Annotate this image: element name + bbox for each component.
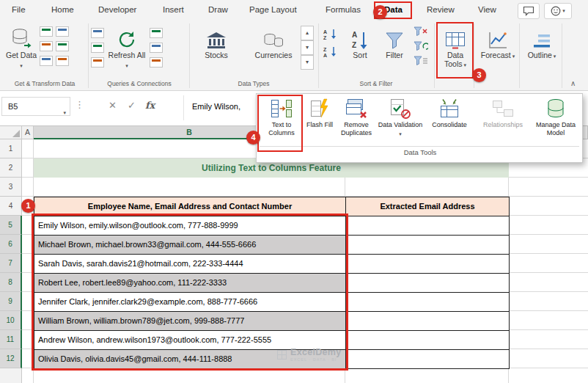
cell-c6[interactable]: [346, 236, 510, 255]
dropdown-caret-icon: ▾: [399, 131, 402, 136]
cell-c7[interactable]: [346, 255, 510, 274]
cell-b5[interactable]: Emily Wilson, emily.wilson@outlook.com, …: [34, 216, 346, 236]
queries-icon[interactable]: [91, 28, 104, 38]
data-tools-button[interactable]: DataTools ▾: [438, 23, 472, 79]
cell-b10[interactable]: William Brown, william.brown789@jet.com,…: [34, 312, 346, 331]
clear-filter-button[interactable]: [414, 26, 428, 40]
tab-developer[interactable]: Developer: [98, 5, 136, 14]
gallery-scroll-up[interactable]: ▴: [301, 26, 314, 40]
row-header-2[interactable]: 2: [0, 158, 22, 178]
row-header-9[interactable]: 9: [0, 292, 22, 311]
cell-b9[interactable]: Jennifer Clark, jennifer.clark29@example…: [34, 293, 346, 312]
refresh-all-label: Refresh All: [109, 51, 146, 59]
cell-c5[interactable]: [346, 216, 510, 236]
refresh-all-button[interactable]: Refresh All ▾: [107, 23, 147, 79]
table-header-employee[interactable]: Employee Name, Email Address and Contact…: [34, 197, 346, 216]
currencies-button[interactable]: Currencies: [251, 23, 296, 79]
cancel-icon[interactable]: ✕: [109, 100, 117, 111]
get-data-button[interactable]: Get Data ▾: [4, 23, 38, 79]
reapply-filter-button[interactable]: [414, 41, 428, 54]
tab-view[interactable]: View: [478, 5, 496, 14]
cell-c10[interactable]: [346, 312, 510, 331]
menu-item-data-validation[interactable]: Data Validation ▾: [378, 96, 423, 145]
name-box[interactable]: B5 ▾: [1, 97, 70, 116]
row-header-8[interactable]: 8: [0, 273, 22, 292]
row-header-6[interactable]: 6: [0, 235, 22, 254]
from-web-icon[interactable]: [56, 26, 69, 37]
cell-b7[interactable]: Sarah Davis, sarah.davis21@hotmail.com, …: [34, 255, 346, 274]
reapply-filter-icon: [414, 41, 428, 51]
sort-button[interactable]: AZ Sort: [345, 23, 375, 79]
cell-c8[interactable]: [346, 274, 510, 293]
menu-item-flash-fill[interactable]: Flash Fill: [304, 96, 335, 145]
share-button[interactable]: ▾: [544, 3, 572, 19]
tab-page-layout[interactable]: Page Layout: [249, 5, 297, 14]
data-tools-label-2: Tools: [444, 59, 463, 68]
tab-file[interactable]: File: [12, 5, 26, 14]
stocks-button[interactable]: Stocks: [195, 23, 238, 79]
tab-review[interactable]: Review: [427, 5, 455, 14]
enter-icon[interactable]: ✓: [128, 100, 136, 111]
row-header-3[interactable]: 3: [0, 178, 22, 197]
column-header-a[interactable]: A: [22, 126, 34, 139]
from-text-csv-icon[interactable]: [40, 26, 53, 37]
tab-draw[interactable]: Draw: [208, 5, 228, 14]
sort-az-icon: AZ: [323, 28, 339, 40]
formula-bar-splitter[interactable]: ⋮: [75, 99, 84, 110]
collapse-ribbon-button[interactable]: ∧: [570, 79, 576, 87]
from-table-icon[interactable]: [40, 41, 53, 51]
get-data-label: Get Data: [6, 51, 37, 59]
row-header-11[interactable]: 11: [0, 330, 22, 349]
cell-c12[interactable]: [346, 350, 510, 369]
gallery-more-button[interactable]: ▾: [301, 55, 314, 70]
sort-za-button[interactable]: ZA: [323, 45, 339, 60]
existing-connections-icon[interactable]: [56, 56, 69, 66]
menu-item-text-to-columns[interactable]: Text to Columns: [259, 96, 304, 145]
gallery-scroll-down[interactable]: ▾: [301, 40, 314, 55]
menu-item-remove-duplicates[interactable]: Remove Duplicates: [335, 96, 378, 145]
workbook-links-icon[interactable]: [91, 57, 104, 68]
insert-function-button[interactable]: fx: [145, 100, 155, 111]
formula-content[interactable]: Emily Wilson,: [192, 97, 240, 116]
clear-filter-icon: [414, 26, 428, 37]
group-separator: [88, 23, 89, 88]
tab-home[interactable]: Home: [51, 5, 74, 14]
select-all-corner[interactable]: [0, 126, 22, 139]
excel-window: File Home Developer Insert Draw Page Lay…: [0, 0, 588, 383]
cell-c9[interactable]: [346, 293, 510, 312]
tab-insert[interactable]: Insert: [163, 5, 184, 14]
filter-button[interactable]: Filter: [378, 23, 411, 79]
name-box-value: B5: [8, 102, 18, 111]
connection-properties-icon[interactable]: [150, 57, 163, 68]
row-header-partial: [0, 368, 22, 383]
row-header-1[interactable]: 1: [0, 139, 22, 158]
outline-icon: [532, 23, 552, 50]
recent-sources-icon[interactable]: [40, 56, 53, 66]
menu-item-relationships: Relationships: [476, 96, 530, 145]
comments-button[interactable]: [518, 3, 540, 19]
cell-b8[interactable]: Robert Lee, robert.lee89@yahoo.com, 111-…: [34, 274, 346, 293]
edit-links-icon[interactable]: [150, 43, 163, 53]
tab-formulas[interactable]: Formulas: [326, 5, 361, 14]
funnel-icon: [385, 23, 404, 50]
table-header-extracted[interactable]: Extracted Email Address: [346, 197, 510, 216]
row-header-5[interactable]: 5: [0, 216, 22, 235]
menu-item-consolidate[interactable]: Consolidate: [425, 96, 474, 145]
group-label-queries-connections: Queries & Connections: [89, 80, 189, 87]
ribbon-data-tab: Get Data ▾ Get & Transform Data Refresh …: [0, 21, 588, 91]
row-header-7[interactable]: 7: [0, 254, 22, 273]
outline-button[interactable]: Outline ▾: [523, 23, 560, 79]
cell-c11[interactable]: [346, 331, 510, 350]
advanced-filter-icon: [414, 56, 428, 66]
sort-az-button[interactable]: AZ: [323, 28, 339, 43]
from-picture-icon[interactable]: [56, 41, 69, 51]
row-header-4[interactable]: 4: [0, 197, 22, 216]
menu-item-manage-data-model[interactable]: Manage Data Model: [532, 96, 580, 145]
row-header-10[interactable]: 10: [0, 311, 22, 330]
properties-icon[interactable]: [150, 28, 163, 38]
cell-b6[interactable]: Michael Brown, michael.brown33@gmail.com…: [34, 236, 346, 255]
menu-label: Data Validation: [378, 121, 422, 128]
advanced-filter-button[interactable]: [414, 56, 428, 69]
connections-icon[interactable]: [91, 43, 104, 53]
row-header-12[interactable]: 12: [0, 349, 22, 368]
